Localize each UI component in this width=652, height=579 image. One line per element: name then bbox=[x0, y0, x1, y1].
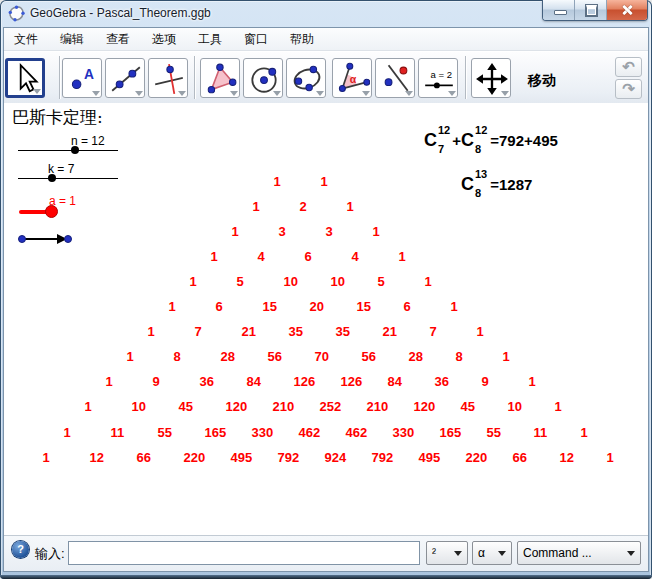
triangle-number: 21 bbox=[383, 324, 397, 340]
chevron-down-icon bbox=[498, 551, 506, 556]
formula-superscript: 12 bbox=[438, 125, 450, 136]
triangle-number: 2 bbox=[300, 199, 307, 215]
chevron-down-icon bbox=[273, 91, 281, 96]
menu-file[interactable]: 文件 bbox=[8, 28, 44, 51]
circle-tool-button[interactable] bbox=[243, 58, 283, 98]
angle-tool-button[interactable]: α bbox=[332, 58, 372, 98]
triangle-number: 330 bbox=[393, 425, 415, 441]
chevron-down-icon bbox=[230, 91, 238, 96]
client-area: 文件 编辑 查看 选项 工具 窗口 帮助 A bbox=[4, 28, 648, 571]
slider-a-handle[interactable] bbox=[45, 205, 58, 218]
ellipse-tool-button[interactable] bbox=[286, 58, 326, 98]
triangle-number: 120 bbox=[226, 399, 248, 415]
triangle-number: 36 bbox=[200, 374, 214, 390]
triangle-number: 252 bbox=[320, 399, 342, 415]
triangle-number: 165 bbox=[205, 425, 227, 441]
undo-button[interactable]: ↶ bbox=[615, 57, 642, 77]
chevron-down-icon bbox=[33, 89, 41, 94]
triangle-number: 1 bbox=[232, 224, 239, 240]
chevron-down-icon bbox=[178, 91, 186, 96]
triangle-number: 1 bbox=[555, 399, 562, 415]
move-canvas-tool-button[interactable] bbox=[471, 58, 511, 98]
triangle-number: 9 bbox=[482, 374, 489, 390]
triangle-number: 1 bbox=[477, 324, 484, 340]
command-dropdown[interactable]: Command ... bbox=[517, 541, 641, 565]
triangle-number: 9 bbox=[153, 374, 160, 390]
point-tool-button[interactable]: A bbox=[62, 58, 102, 98]
menu-edit[interactable]: 编辑 bbox=[54, 28, 90, 51]
perpendicular-line-tool-button[interactable] bbox=[148, 58, 188, 98]
chevron-down-icon bbox=[405, 91, 413, 96]
triangle-number: 6 bbox=[216, 299, 223, 315]
triangle-number: 1 bbox=[607, 450, 614, 466]
move-tool-button[interactable] bbox=[5, 58, 45, 98]
triangle-number: 1 bbox=[211, 249, 218, 265]
menu-view[interactable]: 查看 bbox=[100, 28, 136, 51]
binomial-sum-formula: C 127 + C 128 =792+495 bbox=[424, 125, 558, 155]
triangle-number: 1 bbox=[321, 174, 328, 190]
vector-start-point[interactable] bbox=[18, 235, 26, 243]
toolbar-separator bbox=[465, 56, 466, 99]
close-icon bbox=[621, 4, 633, 16]
slider-n-handle[interactable] bbox=[71, 146, 79, 154]
graphics-view: 巴斯卡定理: n = 12 k = 7 a = 1 C 127 + bbox=[4, 103, 648, 535]
close-button[interactable] bbox=[606, 0, 647, 20]
triangle-number: 6 bbox=[404, 299, 411, 315]
chevron-down-icon bbox=[92, 91, 100, 96]
triangle-number: 1 bbox=[581, 425, 588, 441]
triangle-number: 120 bbox=[414, 399, 436, 415]
menu-tools[interactable]: 工具 bbox=[192, 28, 228, 51]
triangle-number: 15 bbox=[263, 299, 277, 315]
triangle-number: 126 bbox=[294, 374, 316, 390]
triangle-number: 792 bbox=[372, 450, 394, 466]
active-tool-label: 移动 bbox=[528, 72, 556, 90]
triangle-number: 5 bbox=[237, 274, 244, 290]
help-icon[interactable]: ? bbox=[12, 541, 29, 558]
triangle-number: 12 bbox=[560, 450, 574, 466]
slider-k-handle[interactable] bbox=[48, 174, 56, 182]
triangle-number: 3 bbox=[279, 224, 286, 240]
triangle-number: 1 bbox=[373, 224, 380, 240]
triangle-number: 1 bbox=[347, 199, 354, 215]
minimize-button[interactable] bbox=[543, 0, 574, 20]
polygon-tool-button[interactable] bbox=[200, 58, 240, 98]
triangle-number: 56 bbox=[268, 349, 282, 365]
triangle-number: 66 bbox=[513, 450, 527, 466]
triangle-number: 36 bbox=[435, 374, 449, 390]
toolbar: A bbox=[4, 52, 648, 104]
title-bar: GeoGebra - Pascal_Theorem.ggb bbox=[0, 0, 652, 28]
exponent-dropdown[interactable]: ² bbox=[426, 541, 468, 565]
vector-segment[interactable] bbox=[22, 238, 62, 240]
command-input[interactable] bbox=[68, 541, 420, 565]
triangle-number: 55 bbox=[487, 425, 501, 441]
triangle-number: 21 bbox=[242, 324, 256, 340]
triangle-number: 1 bbox=[253, 199, 260, 215]
undo-icon: ↶ bbox=[622, 58, 635, 75]
greek-symbol-dropdown[interactable]: α bbox=[472, 541, 512, 565]
triangle-number: 495 bbox=[231, 450, 253, 466]
triangle-number: 4 bbox=[352, 249, 359, 265]
triangle-number: 1 bbox=[148, 324, 155, 340]
maximize-button[interactable] bbox=[574, 0, 606, 20]
maximize-icon bbox=[586, 5, 597, 16]
line-tool-button[interactable] bbox=[105, 58, 145, 98]
chevron-down-icon bbox=[448, 91, 456, 96]
slider-n-track[interactable] bbox=[18, 150, 118, 151]
triangle-number: 1 bbox=[425, 274, 432, 290]
input-bar: ? 输入: ² α Command ... bbox=[4, 535, 648, 571]
triangle-number: 70 bbox=[315, 349, 329, 365]
triangle-number: 55 bbox=[158, 425, 172, 441]
chevron-down-icon bbox=[362, 91, 370, 96]
menu-window[interactable]: 窗口 bbox=[238, 28, 274, 51]
menu-help[interactable]: 帮助 bbox=[284, 28, 320, 51]
svg-text:a = 2: a = 2 bbox=[431, 69, 453, 80]
slider-k-track[interactable] bbox=[18, 178, 118, 179]
triangle-number: 45 bbox=[461, 399, 475, 415]
menu-options[interactable]: 选项 bbox=[146, 28, 182, 51]
vector-end-point[interactable] bbox=[64, 235, 72, 243]
triangle-number: 495 bbox=[419, 450, 441, 466]
svg-text:A: A bbox=[84, 66, 94, 82]
reflect-tool-button[interactable] bbox=[375, 58, 415, 98]
redo-button[interactable]: ↷ bbox=[615, 79, 642, 99]
slider-tool-button[interactable]: a = 2 bbox=[418, 58, 458, 98]
